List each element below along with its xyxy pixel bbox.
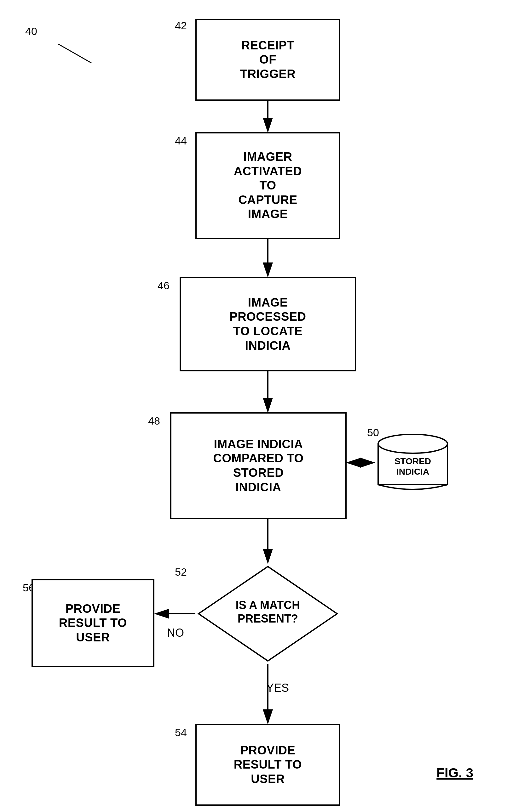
node-image-indicia-compared: IMAGE INDICIACOMPARED TOSTOREDINDICIA — [170, 412, 347, 519]
node-stored-indicia: STORED INDICIA — [375, 431, 450, 494]
svg-text:INDICIA: INDICIA — [396, 467, 429, 477]
node-provide-result-no: PROVIDERESULT TOUSER — [31, 579, 154, 667]
flow-connectors — [0, 0, 530, 812]
label-yes: YES — [266, 681, 289, 695]
diagram-container: 40 42 RECEIPTOFTRIGGER 44 IMAGERACTIVATE… — [0, 0, 530, 812]
ref-40: 40 — [25, 25, 37, 38]
ref-42: 42 — [175, 19, 187, 32]
node-image-processed: IMAGEPROCESSEDTO LOCATEINDICIA — [180, 277, 356, 372]
svg-text:PRESENT?: PRESENT? — [238, 612, 298, 625]
fig-label: FIG. 3 — [436, 765, 473, 781]
svg-text:STORED: STORED — [394, 456, 431, 466]
ref-54: 54 — [175, 726, 187, 739]
node-is-match-present: IS A MATCH PRESENT? — [195, 563, 340, 664]
ref-48: 48 — [148, 415, 160, 427]
svg-point-11 — [378, 434, 447, 453]
node-receipt-of-trigger: RECEIPTOFTRIGGER — [195, 19, 340, 101]
node-imager-activated: IMAGERACTIVATEDTOCAPTUREIMAGE — [195, 132, 340, 239]
svg-text:IS A MATCH: IS A MATCH — [236, 599, 300, 611]
node-provide-result-yes: PROVIDERESULT TOUSER — [195, 724, 340, 806]
ref-44: 44 — [175, 135, 187, 147]
ref-52: 52 — [175, 566, 187, 578]
label-no: NO — [167, 626, 184, 639]
ref-46: 46 — [157, 279, 169, 292]
svg-line-9 — [58, 44, 92, 63]
